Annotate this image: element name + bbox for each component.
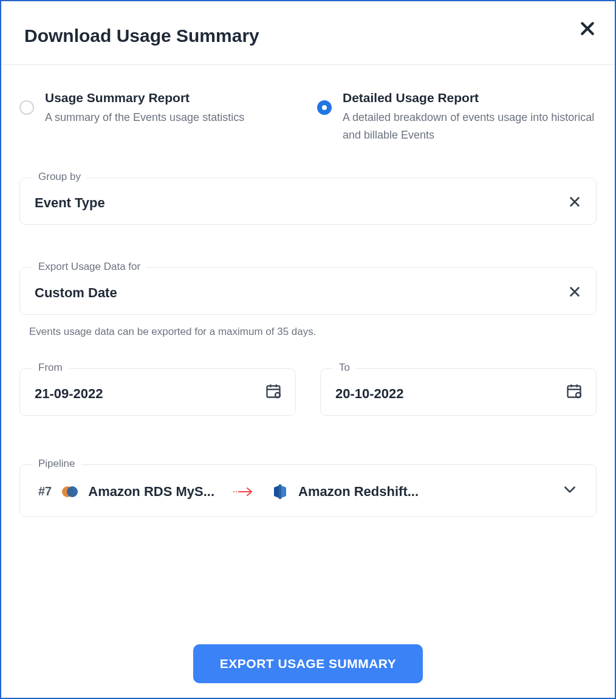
radio-unselected-icon [19, 100, 34, 115]
modal-body: Usage Summary Report A summary of the Ev… [1, 65, 615, 517]
radio-detailed-title: Detailed Usage Report [343, 89, 597, 106]
radio-detailed-report[interactable]: Detailed Usage Report A detailed breakdo… [317, 89, 597, 144]
svg-point-18 [233, 491, 234, 492]
to-value: 20-10-2022 [335, 386, 581, 402]
close-icon[interactable] [578, 19, 597, 40]
date-range-row: From 21-09-2022 To 20-10-2022 [19, 368, 597, 416]
modal-header: Download Usage Summary [1, 1, 615, 65]
group-by-label: Group by [32, 171, 87, 183]
calendar-icon[interactable] [265, 382, 282, 402]
modal-title: Download Usage Summary [24, 26, 259, 46]
report-type-group: Usage Summary Report A summary of the Ev… [19, 89, 597, 144]
export-for-select[interactable]: Export Usage Data for Custom Date [19, 267, 597, 315]
radio-selected-icon [317, 100, 332, 115]
to-date-input[interactable]: To 20-10-2022 [320, 368, 597, 416]
pipeline-id: #7 [38, 484, 52, 498]
svg-point-19 [236, 491, 237, 492]
export-for-value: Custom Date [35, 285, 117, 301]
clear-group-by-icon[interactable] [568, 195, 581, 211]
radio-summary-desc: A summary of the Events usage statistics [45, 109, 244, 126]
from-date-input[interactable]: From 21-09-2022 [19, 368, 296, 416]
chevron-down-icon[interactable] [562, 481, 578, 500]
from-label: From [32, 362, 69, 374]
export-usage-summary-button[interactable]: EXPORT USAGE SUMMARY [193, 644, 423, 683]
mysql-icon [61, 483, 78, 500]
to-label: To [333, 362, 356, 374]
pipeline-label: Pipeline [32, 458, 81, 470]
radio-detailed-desc: A detailed breakdown of events usage int… [343, 109, 597, 144]
clear-export-for-icon[interactable] [568, 285, 581, 301]
svg-rect-11 [568, 386, 581, 398]
group-by-select[interactable]: Group by Event Type [19, 177, 597, 225]
radio-usage-summary[interactable]: Usage Summary Report A summary of the Ev… [19, 89, 299, 144]
modal-footer: EXPORT USAGE SUMMARY [0, 644, 616, 683]
redshift-icon [272, 483, 289, 500]
export-for-helper: Events usage data can be exported for a … [19, 322, 597, 338]
radio-summary-title: Usage Summary Report [45, 89, 244, 106]
arrow-right-icon [224, 486, 262, 497]
pipeline-destination: Amazon Redshift... [298, 484, 419, 500]
calendar-icon[interactable] [566, 382, 583, 402]
pipeline-source: Amazon RDS MyS... [88, 484, 214, 500]
svg-point-17 [67, 486, 78, 497]
export-for-label: Export Usage Data for [32, 261, 146, 273]
pipeline-select[interactable]: Pipeline #7 Amazon RDS MyS... Amazon Red… [19, 464, 597, 517]
from-value: 21-09-2022 [35, 386, 281, 402]
svg-rect-21 [279, 484, 281, 499]
group-by-value: Event Type [35, 195, 105, 211]
svg-rect-6 [267, 386, 280, 398]
